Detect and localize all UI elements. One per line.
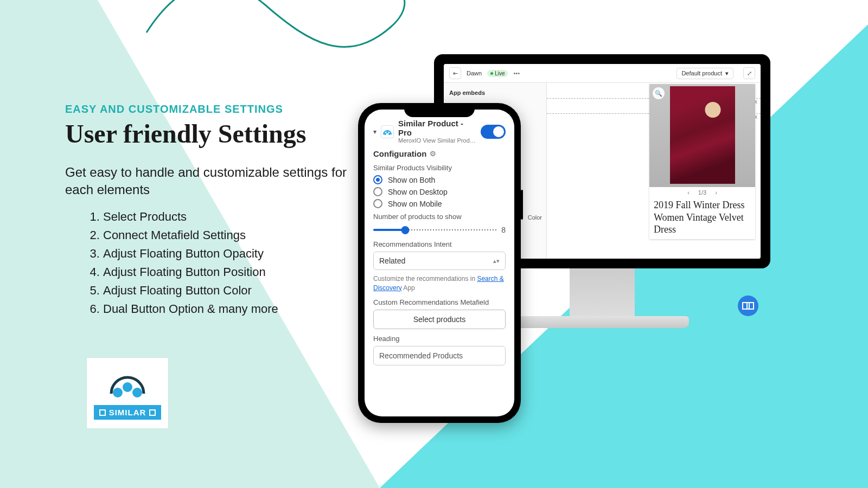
product-image: 🔍 — [649, 84, 755, 187]
intent-help-text: Customize the recommendations in Search … — [373, 274, 506, 293]
monitor-stand — [570, 268, 635, 317]
svg-point-3 — [384, 133, 386, 135]
select-arrows-icon: ▴▾ — [493, 258, 500, 265]
radio-show-desktop[interactable]: Show on Desktop — [373, 187, 506, 196]
editor-topbar: ⇤ Dawn Live ••• Default product ▾ ⤢ — [444, 64, 761, 83]
num-products-value: 8 — [501, 226, 506, 234]
num-products-label: Number of products to show — [373, 213, 506, 221]
product-title: 2019 Fall Winter Dress Women Vintage Vel… — [649, 198, 755, 239]
feature-item: Select Products — [103, 208, 358, 226]
template-select[interactable]: Default product ▾ — [676, 68, 733, 79]
mobile-mockup: ▾ Similar Product - Pro MeroxIO View Sim… — [358, 103, 521, 423]
hero-lead: Get easy to handle and customizable sett… — [65, 164, 358, 199]
radio-icon[interactable] — [373, 199, 382, 208]
intent-select[interactable]: Related ▴▾ — [373, 252, 506, 270]
feature-item: Adjust Floating Button Opacity — [103, 245, 358, 263]
metafield-label: Custom Recommendations Metafield — [373, 298, 506, 306]
config-section-title: Configuration ⚙ — [373, 149, 506, 158]
feature-item: Adjust Floating Button Color — [103, 281, 358, 300]
svg-point-1 — [123, 382, 132, 392]
sidebar-section-title: App embeds — [448, 87, 542, 98]
num-products-slider[interactable] — [373, 224, 497, 236]
app-embed-title: Similar Product - Pro — [398, 119, 476, 137]
chevron-down-icon: ▾ — [725, 70, 729, 77]
zoom-icon[interactable]: 🔍 — [653, 87, 665, 99]
svg-point-2 — [132, 388, 142, 397]
feature-item: Adjust Floating Button Position — [103, 263, 358, 281]
theme-name: Dawn — [467, 70, 482, 76]
exit-editor-button[interactable]: ⇤ — [449, 67, 461, 79]
decorative-squiggle — [141, 0, 412, 65]
image-pager[interactable]: ‹ 1/3 › — [649, 187, 755, 198]
pager-next-icon[interactable]: › — [715, 189, 717, 196]
heading-label: Heading — [373, 335, 506, 343]
hero-headline: User friendly Settings — [65, 119, 358, 149]
brand-logo-wordmark: SIMILAR — [94, 405, 162, 420]
app-enable-toggle[interactable] — [481, 125, 506, 139]
inspector-button[interactable]: ⤢ — [743, 67, 755, 79]
product-preview-card: 🔍 ‹ 1/3 › 2019 Fall Winter Dress Women V… — [649, 84, 755, 239]
app-embed-header[interactable]: ▾ Similar Product - Pro MeroxIO View Sim… — [373, 119, 506, 144]
radio-show-mobile[interactable]: Show on Mobile — [373, 199, 506, 208]
app-logo-icon — [381, 125, 394, 138]
intent-label: Recommendations Intent — [373, 240, 506, 248]
hero-copy: EASY AND CUSTOMIZABLE SETTINGS User frie… — [65, 103, 358, 318]
square-icon — [149, 409, 156, 416]
svg-point-0 — [113, 388, 123, 397]
feature-item: Connect Metafield Settings — [103, 226, 358, 245]
heading-input[interactable]: Recommended Products — [373, 346, 506, 365]
theme-status-badge: Live — [487, 70, 508, 77]
feature-item: Dual Button Option & many more — [103, 300, 358, 318]
select-products-button[interactable]: Select products — [373, 310, 506, 329]
hero-eyebrow: EASY AND CUSTOMIZABLE SETTINGS — [65, 103, 358, 115]
svg-point-4 — [386, 131, 388, 133]
brand-logo-tile: SIMILAR — [87, 358, 168, 428]
feature-list: Select Products Connect Metafield Settin… — [65, 208, 358, 319]
app-embed-subtitle: MeroxIO View Similar Prod… — [398, 137, 476, 144]
radio-icon[interactable] — [373, 175, 382, 184]
visibility-label: Similar Products Visibility — [373, 164, 506, 172]
brand-logo-mark — [106, 367, 149, 402]
monitor-base — [515, 316, 689, 328]
more-menu[interactable]: ••• — [513, 70, 520, 76]
pager-prev-icon[interactable]: ‹ — [687, 189, 690, 196]
svg-point-5 — [388, 133, 391, 135]
gear-icon: ⚙ — [430, 150, 436, 158]
square-icon — [99, 409, 106, 416]
radio-show-both[interactable]: Show on Both — [373, 175, 506, 184]
chevron-down-icon[interactable]: ▾ — [373, 128, 376, 136]
phone-side-button — [521, 190, 523, 220]
radio-icon[interactable] — [373, 187, 382, 196]
